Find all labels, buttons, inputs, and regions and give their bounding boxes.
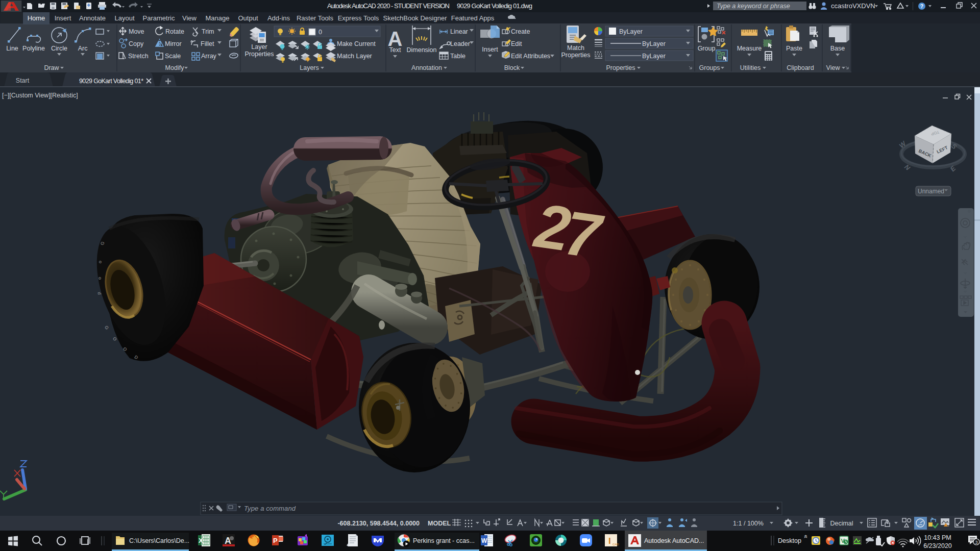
svg-text:Unnamed: Unnamed (918, 188, 944, 195)
svg-text:Type a keyword or phrase: Type a keyword or phrase (717, 3, 790, 10)
svg-text:Linear: Linear (450, 28, 468, 35)
svg-text:6/23/2020: 6/23/2020 (923, 542, 952, 549)
svg-text:Create: Create (511, 28, 530, 35)
svg-text:Decimal: Decimal (830, 520, 853, 527)
svg-text:X: X (199, 537, 203, 544)
svg-text:Type a command: Type a command (244, 505, 296, 512)
svg-text:Scale: Scale (165, 53, 181, 60)
svg-text:Block: Block (504, 64, 520, 71)
svg-text:View: View (826, 64, 841, 71)
svg-text:Layer: Layer (251, 43, 267, 51)
svg-text:Paste: Paste (786, 45, 802, 52)
svg-text:Desktop: Desktop (778, 537, 801, 544)
svg-text:Properties: Properties (561, 52, 591, 59)
svg-text:View: View (182, 14, 197, 22)
svg-text:Properties: Properties (606, 64, 635, 71)
svg-text:Output: Output (238, 14, 258, 22)
svg-text:Base: Base (830, 45, 845, 52)
svg-text:Groups: Groups (699, 64, 720, 71)
svg-text:Arc: Arc (78, 45, 88, 52)
svg-text:Autodesk AutoCAD 2020 - STUDEN: Autodesk AutoCAD 2020 - STUDENT VERSION (327, 2, 450, 10)
svg-text:MODEL: MODEL (428, 520, 451, 527)
svg-text:Start: Start (16, 77, 30, 84)
svg-text:3: 3 (975, 540, 977, 545)
svg-text:Perkins grant - ccas...: Perkins grant - ccas... (413, 537, 475, 544)
svg-text:Edit Attributes: Edit Attributes (511, 53, 550, 60)
svg-text:Modify: Modify (165, 64, 185, 71)
svg-text:Group: Group (698, 45, 716, 52)
svg-text:Layers: Layers (300, 64, 319, 71)
svg-text:[−][Custom View][Realistic]: [−][Custom View][Realistic] (2, 92, 78, 99)
svg-text:Autodesk AutoCAD...: Autodesk AutoCAD... (644, 537, 704, 544)
svg-text:Measure: Measure (737, 45, 762, 52)
svg-text:Circle: Circle (51, 45, 67, 52)
svg-text:0: 0 (318, 29, 322, 36)
svg-text:Dimension: Dimension (406, 46, 436, 54)
svg-text:Trim: Trim (202, 28, 214, 35)
svg-text:ByLayer: ByLayer (642, 40, 666, 47)
svg-text:Layout: Layout (114, 14, 134, 22)
svg-text:!: ! (948, 523, 949, 527)
svg-text:10:43 PM: 10:43 PM (924, 534, 951, 541)
svg-text:Insert: Insert (55, 14, 71, 22)
svg-text:I: I (608, 536, 611, 546)
svg-text:9029 GoKart Volledig 01.dwg: 9029 GoKart Volledig 01.dwg (457, 2, 532, 10)
svg-text:Insert: Insert (482, 46, 498, 53)
svg-text:Move: Move (129, 28, 144, 35)
svg-text:Featured Apps: Featured Apps (451, 14, 495, 22)
svg-text:ByLayer: ByLayer (642, 53, 666, 60)
svg-text:Line: Line (6, 45, 18, 52)
svg-text:Rotate: Rotate (165, 28, 184, 35)
svg-text:Utilities: Utilities (740, 64, 761, 71)
svg-text:Home: Home (28, 14, 45, 22)
svg-text:CAD: CAD (612, 543, 619, 546)
svg-text:Match: Match (567, 44, 584, 52)
svg-text:Match Layer: Match Layer (337, 53, 372, 60)
svg-text:Make Current: Make Current (337, 40, 376, 47)
svg-text:Parametric: Parametric (143, 14, 175, 22)
svg-text:Leader: Leader (450, 40, 470, 47)
svg-text:»: » (802, 535, 809, 538)
svg-text:Copy: Copy (129, 40, 144, 47)
svg-text:ByLayer: ByLayer (619, 28, 643, 35)
svg-text:Array: Array (201, 53, 217, 60)
svg-text:Manage: Manage (206, 14, 230, 22)
svg-text:Raster Tools: Raster Tools (297, 14, 334, 22)
svg-text:Mirror: Mirror (165, 40, 182, 47)
svg-text:Draw: Draw (44, 64, 59, 71)
svg-text:P: P (273, 537, 278, 544)
svg-text:Properties: Properties (245, 51, 274, 58)
svg-text:SketchBook Designer: SketchBook Designer (383, 14, 447, 22)
svg-text:Table: Table (450, 53, 465, 60)
svg-text:o: o (97, 277, 102, 280)
svg-text:-608.2130, 598.4544, 0.0000: -608.2130, 598.4544, 0.0000 (337, 520, 420, 527)
svg-text:1:1 / 100%: 1:1 / 100% (733, 520, 764, 527)
svg-text:Add-ins: Add-ins (267, 14, 290, 22)
svg-text:Polyline: Polyline (22, 45, 45, 52)
svg-text:Text: Text (389, 46, 401, 54)
svg-text:Express Tools: Express Tools (338, 14, 379, 22)
svg-text:Fillet: Fillet (201, 40, 214, 47)
svg-text:W: W (481, 537, 487, 544)
svg-text:Stretch: Stretch (128, 53, 149, 60)
svg-text:Annotate: Annotate (79, 14, 106, 22)
svg-text:Clipboard: Clipboard (787, 64, 814, 71)
svg-text:?: ? (920, 3, 923, 9)
svg-text:9029 GoKart Volledig 01*: 9029 GoKart Volledig 01* (79, 78, 143, 85)
svg-text:Annotation: Annotation (411, 64, 442, 71)
svg-text:Edit: Edit (511, 40, 522, 47)
svg-text:ccastroVXDVN: ccastroVXDVN (831, 2, 875, 10)
